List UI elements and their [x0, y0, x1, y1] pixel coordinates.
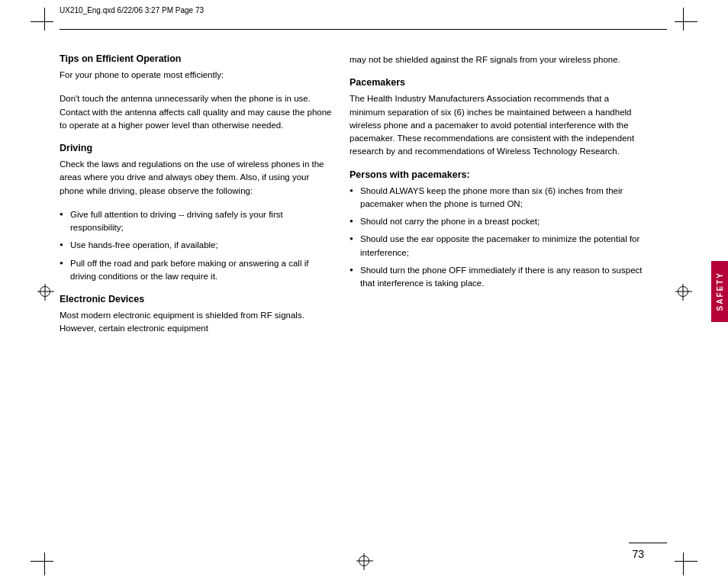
safety-tab-label: SAFETY	[716, 272, 724, 311]
driving-bullet-1: Give full attention to driving -- drivin…	[60, 208, 334, 235]
crop-mark	[683, 552, 684, 575]
page-number: 73	[632, 548, 644, 560]
registration-mark-bottom	[359, 556, 369, 566]
persons-pacemakers-bullets: Should ALWAYS keep the phone more than s…	[350, 185, 644, 291]
tips-title: Tips on Efficient Operation	[60, 53, 334, 64]
content-area: Tips on Efficient Operation For your pho…	[60, 53, 644, 537]
electronic-continuation: may not be shielded against the RF signa…	[350, 53, 644, 66]
driving-bullet-3: Pull off the road and park before making…	[60, 257, 334, 284]
crop-mark	[675, 561, 697, 562]
section-electronic: Electronic Devices Most modern electroni…	[60, 294, 334, 336]
pacemakers-bullet-4: Should turn the phone OFF immediately if…	[350, 264, 644, 291]
section-tips: Tips on Efficient Operation For your pho…	[60, 53, 334, 132]
driving-bullet-2: Use hands-free operation, if available;	[60, 239, 334, 252]
page-header: UX210_Eng.qxd 6/22/06 3:27 PM Page 73	[60, 6, 668, 14]
section-persons-pacemakers: Persons with pacemakers: Should ALWAYS k…	[350, 169, 644, 291]
safety-tab: SAFETY	[711, 261, 728, 322]
crop-mark	[44, 8, 45, 31]
pacemakers-title: Pacemakers	[350, 77, 644, 88]
tips-para2: Don't touch the antenna unnecessarily wh…	[60, 92, 334, 132]
pacemakers-bullet-1: Should ALWAYS keep the phone more than s…	[350, 185, 644, 211]
pacemakers-bullet-3: Should use the ear opposite the pacemake…	[350, 233, 644, 259]
header-text: UX210_Eng.qxd 6/22/06 3:27 PM Page 73	[60, 6, 204, 14]
crop-mark	[31, 561, 53, 562]
section-driving: Driving Check the laws and regulations o…	[60, 143, 334, 283]
electronic-para1: Most modern electronic equipment is shie…	[60, 309, 334, 336]
crop-mark	[44, 552, 45, 575]
pacemakers-bullet-2: Should not carry the phone in a breast p…	[350, 215, 644, 228]
persons-pacemakers-title: Persons with pacemakers:	[350, 169, 644, 180]
crop-mark	[675, 21, 697, 22]
driving-para1: Check the laws and regulations on the us…	[60, 158, 334, 198]
page-container: UX210_Eng.qxd 6/22/06 3:27 PM Page 73 Ti…	[0, 0, 728, 583]
page-divider	[629, 543, 667, 543]
driving-bullets: Give full attention to driving -- drivin…	[60, 208, 334, 283]
registration-mark-left	[40, 286, 50, 297]
tips-para1: For your phone to operate most efficient…	[60, 69, 334, 82]
pacemakers-para1: The Health Industry Manufacturers Associ…	[350, 92, 644, 158]
registration-mark-right	[678, 286, 688, 297]
section-pacemakers: Pacemakers The Health Industry Manufactu…	[350, 77, 644, 158]
crop-mark	[683, 8, 684, 31]
electronic-title: Electronic Devices	[60, 294, 334, 304]
left-column: Tips on Efficient Operation For your pho…	[60, 53, 334, 537]
crop-mark	[31, 21, 53, 22]
header-divider	[60, 29, 667, 30]
right-column: may not be shielded against the RF signa…	[350, 53, 644, 537]
driving-title: Driving	[60, 143, 334, 153]
